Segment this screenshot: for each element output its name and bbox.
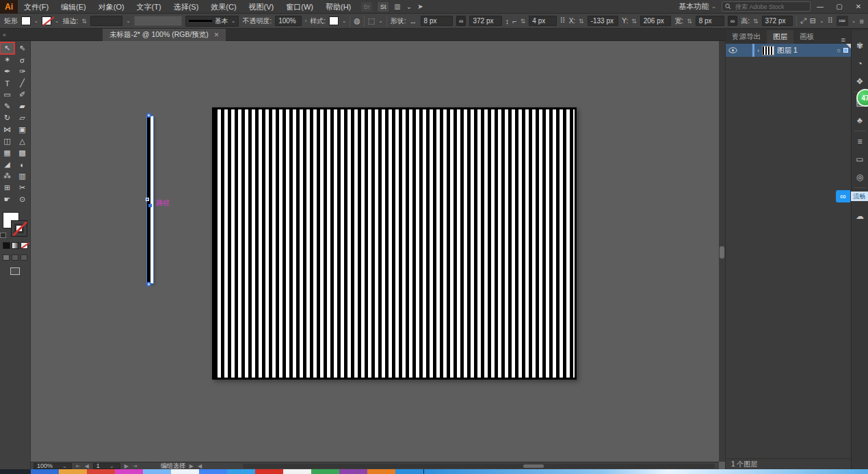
document-tab[interactable]: 未标题-2* @ 100% (RGB/预览) ✕	[103, 29, 226, 41]
free-transform-tool-icon[interactable]: ▣	[15, 124, 29, 135]
layer-thumbnail[interactable]	[762, 46, 774, 55]
perspective-grid-tool-icon[interactable]: △	[15, 135, 29, 147]
caret-down-icon[interactable]: ⌄	[378, 18, 383, 24]
paintbrush-tool-icon[interactable]: ✐	[15, 89, 29, 101]
horizontal-scrollbar-thumb[interactable]	[523, 464, 544, 468]
collapse-toolbar-icon[interactable]: «	[3, 31, 6, 38]
stepper-icon[interactable]: ⇅	[687, 18, 692, 25]
top-handle[interactable]	[146, 113, 151, 118]
curvature-tool-icon[interactable]: ✑	[15, 66, 29, 77]
gpu-performance-icon[interactable]: ➤	[417, 3, 423, 10]
taskbar-app-icon[interactable]	[171, 469, 199, 474]
caret-down-icon[interactable]: ⌄	[852, 18, 856, 24]
search-input[interactable]	[734, 3, 802, 11]
line-segment-tool-icon[interactable]: ╱	[15, 77, 29, 89]
next-artboard-icon[interactable]: ▶	[124, 463, 129, 469]
x-field[interactable]: -133 px	[588, 16, 619, 26]
artboard-tool-icon[interactable]: ⊞	[0, 182, 14, 194]
canvas-area[interactable]: 路径	[31, 41, 719, 462]
taskbar-app-icon[interactable]	[395, 469, 423, 474]
taskbar-app-icon[interactable]	[115, 469, 143, 474]
color-panel-icon[interactable]: ✾	[852, 37, 868, 55]
taskbar-app-icon[interactable]	[87, 469, 115, 474]
bottom-handle[interactable]	[146, 282, 151, 287]
arrange-icon[interactable]: ⠿	[828, 16, 833, 25]
striped-artwork[interactable]	[212, 107, 577, 380]
magic-wand-tool-icon[interactable]: ✶	[0, 54, 14, 66]
expand-chevron-icon[interactable]: ›	[757, 47, 759, 54]
constrain-link-icon[interactable]: ∞	[456, 16, 466, 26]
symbols-panel-icon[interactable]: ♣	[852, 111, 868, 129]
symbol-sprayer-tool-icon[interactable]: ⁂	[0, 170, 14, 182]
vertical-scrollbar[interactable]	[719, 41, 725, 462]
width-field[interactable]: 8 px	[696, 16, 724, 26]
color-guide-panel-icon[interactable]: ◔	[852, 55, 868, 73]
prev-artboard-icon[interactable]: ◀	[85, 463, 89, 469]
screen-mode-button[interactable]	[10, 267, 20, 275]
tab-artboards[interactable]: 画板	[793, 30, 820, 44]
last-artboard-icon[interactable]: ⇥	[133, 463, 137, 469]
hand-tool-icon[interactable]: ☛	[0, 194, 14, 205]
taskbar-app-icon[interactable]	[143, 469, 171, 474]
recolor-artwork-icon[interactable]: ◍	[354, 16, 360, 25]
gradient-panel-icon[interactable]: ▭	[852, 150, 868, 168]
stock-search[interactable]	[722, 1, 811, 12]
layout-icon[interactable]: ▥	[394, 3, 400, 10]
y-field[interactable]: 206 px	[640, 16, 672, 26]
stepper-icon[interactable]: ⇅	[521, 18, 526, 25]
tab-asset-export[interactable]: 资源导出	[726, 30, 767, 44]
corner-radius-field[interactable]: 4 px	[529, 16, 556, 26]
taskbar-app-icon[interactable]	[227, 469, 255, 474]
menu-view[interactable]: 视图(V)	[243, 0, 280, 14]
layer-name[interactable]: 图层 1	[777, 46, 798, 55]
blend-tool-icon[interactable]: ◐	[15, 159, 29, 170]
free-transform-icon[interactable]: ⤢	[800, 16, 806, 25]
default-fill-stroke-icon[interactable]	[0, 233, 6, 238]
menu-type[interactable]: 文字(T)	[131, 0, 168, 14]
taskbar-app-icon[interactable]	[283, 469, 311, 474]
panel-menu-icon[interactable]: ≡	[860, 17, 864, 25]
overlay-sync-icon[interactable]: ∞	[836, 190, 850, 202]
shaper-tool-icon[interactable]: ✎	[0, 101, 14, 112]
stroke-panel-icon[interactable]: ≡	[852, 133, 868, 150]
draw-inside-button[interactable]	[21, 254, 27, 261]
center-handle[interactable]	[148, 204, 152, 207]
workspace-switcher[interactable]: 基本功能 ⌄	[673, 1, 722, 12]
menu-help[interactable]: 帮助(H)	[319, 0, 357, 14]
scale-tool-icon[interactable]: ▱	[15, 112, 29, 124]
caret-down-icon[interactable]: ⌄	[342, 18, 347, 24]
target-circle-icon[interactable]: ○	[837, 47, 841, 54]
draw-normal-button[interactable]	[3, 254, 10, 261]
pathfinder-panel-icon[interactable]: ❖	[852, 73, 868, 90]
lasso-tool-icon[interactable]: σ	[15, 54, 29, 66]
stepper-icon[interactable]: ⇅	[81, 18, 87, 25]
menu-object[interactable]: 对象(O)	[92, 0, 131, 14]
rectangle-tool-icon[interactable]: ▭	[0, 89, 14, 101]
close-button[interactable]: ✕	[849, 0, 868, 14]
visibility-eye-icon[interactable]	[728, 47, 737, 53]
layer-row[interactable]: › 图层 1 ○	[726, 44, 851, 57]
transparency-panel-icon[interactable]: ◎	[852, 168, 868, 186]
taskbar-app-icon[interactable]	[367, 469, 395, 474]
column-graph-tool-icon[interactable]: ▥	[15, 170, 29, 182]
caret-down-icon[interactable]: ⌄	[126, 18, 131, 24]
fill-swatch[interactable]	[21, 16, 31, 25]
menu-file[interactable]: 文件(F)	[18, 0, 55, 14]
reference-point-icon[interactable]: ⠿	[560, 16, 566, 25]
fill-stroke-indicator[interactable]	[3, 212, 27, 237]
taskbar-app-icon[interactable]	[31, 469, 59, 474]
direct-selection-tool-icon[interactable]: ⇖	[15, 42, 29, 54]
stepper-icon[interactable]: ⇅	[631, 18, 637, 25]
arrow-left-icon[interactable]: ◀	[198, 463, 202, 469]
shape-height-field[interactable]: 372 px	[469, 16, 501, 26]
gradient-tool-icon[interactable]: ▩	[15, 147, 29, 159]
selection-tool-icon[interactable]: ↖	[0, 42, 14, 54]
select-similar-icon[interactable]: ⬚	[368, 16, 375, 25]
shape-builder-tool-icon[interactable]: ◫	[0, 135, 14, 147]
none-button[interactable]	[21, 242, 28, 249]
draw-behind-button[interactable]	[12, 254, 18, 261]
close-tab-icon[interactable]: ✕	[214, 31, 220, 38]
left-handle[interactable]	[146, 198, 149, 201]
rotate-tool-icon[interactable]: ↻	[0, 112, 14, 124]
selection-indicator[interactable]	[843, 48, 848, 53]
